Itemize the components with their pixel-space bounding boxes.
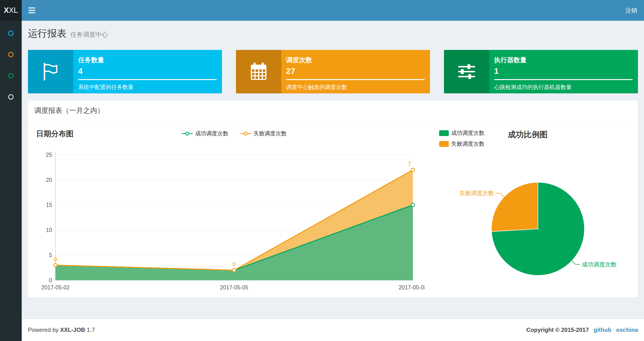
- card-divider: [78, 79, 217, 80]
- card-description: 调度中心触发的调度次数: [286, 84, 425, 91]
- executor-count-card: 执行器数量 1 心跳检测成功的执行器机器数量: [444, 50, 638, 93]
- success-ratio-pie-chart[interactable]: 成功调度次数失败调度次数: [425, 126, 632, 295]
- card-divider: [494, 79, 633, 80]
- page-title: 运行报表 任务调度中心: [28, 27, 638, 41]
- navbar: 注销: [22, 0, 644, 21]
- svg-text:7: 7: [408, 161, 411, 167]
- app-logo[interactable]: XXL: [0, 0, 22, 21]
- card-title: 调度次数: [286, 56, 425, 64]
- sidebar-item-3[interactable]: [0, 65, 22, 86]
- card-divider: [286, 79, 425, 80]
- card-title: 执行器数量: [494, 56, 633, 64]
- svg-text:5: 5: [49, 252, 52, 258]
- date-distribution-chart[interactable]: 05101520252017-05-022017-05-052017-05-08…: [34, 126, 425, 295]
- powered-by-text: Powered by XXL-JOB 1.7: [28, 319, 95, 341]
- calendar-icon: [249, 62, 268, 82]
- report-panel: 调度报表（一月之内） 日期分布图 成功调度次数: [28, 101, 638, 297]
- svg-text:0: 0: [54, 256, 57, 263]
- card-title: 任务数量: [78, 56, 217, 64]
- sliders-icon: [457, 62, 476, 82]
- circle-icon: [8, 73, 14, 78]
- svg-text:0: 0: [49, 277, 52, 283]
- svg-text:20: 20: [46, 177, 52, 183]
- top-navbar: XXL 注销: [0, 0, 644, 21]
- footer: Powered by XXL-JOB 1.7 Copyright © 2015-…: [22, 318, 644, 341]
- sidebar-item-4[interactable]: [0, 86, 22, 108]
- card-value: 1: [494, 66, 633, 76]
- circle-icon: [8, 31, 14, 36]
- svg-text:0: 0: [232, 261, 236, 267]
- github-link[interactable]: github: [594, 319, 611, 341]
- oschina-link[interactable]: oschina: [616, 319, 638, 341]
- card-description: 系统中配置的任务数量: [78, 84, 217, 91]
- svg-text:成功调度次数: 成功调度次数: [582, 261, 616, 268]
- summary-cards: 任务数量 4 系统中配置的任务数量: [28, 50, 638, 93]
- success-ratio-chart-area: 成功调度次数 失败调度次数 成功比例图 成功调度次数失败调度次数: [425, 126, 632, 295]
- flag-icon: [41, 62, 60, 82]
- logo-text-bold: X: [4, 6, 9, 15]
- sidebar: [0, 21, 22, 341]
- card-value: 4: [78, 66, 217, 76]
- sidebar-toggle-button[interactable]: [22, 0, 42, 21]
- svg-text:2017-05-02: 2017-05-02: [41, 284, 70, 291]
- logout-link[interactable]: 注销: [618, 0, 644, 21]
- report-panel-title: 调度报表（一月之内）: [28, 101, 638, 121]
- sidebar-item-2[interactable]: [0, 44, 22, 65]
- card-value: 27: [286, 66, 425, 76]
- trigger-count-card: 调度次数 27 调度中心触发的调度次数: [236, 50, 430, 93]
- logo-text-rest: XL: [9, 6, 18, 15]
- svg-text:失败调度次数: 失败调度次数: [460, 190, 494, 196]
- job-count-card: 任务数量 4 系统中配置的任务数量: [28, 50, 222, 93]
- sidebar-item-1[interactable]: [0, 23, 22, 44]
- page-subtitle: 任务调度中心: [70, 28, 108, 41]
- hamburger-icon: [28, 8, 35, 13]
- date-distribution-chart-area: 日期分布图 成功调度次数 失败调度次数: [34, 126, 425, 295]
- svg-text:25: 25: [46, 152, 52, 158]
- svg-text:2017-05-08: 2017-05-08: [399, 284, 425, 291]
- card-description: 心跳检测成功的执行器机器数量: [494, 84, 633, 91]
- svg-text:2017-05-05: 2017-05-05: [220, 284, 248, 291]
- circle-icon: [8, 94, 14, 100]
- content-area: 运行报表 任务调度中心 任务数量 4 系统中配置的任务数量: [22, 21, 644, 318]
- svg-text:10: 10: [46, 227, 52, 233]
- circle-icon: [8, 52, 14, 57]
- copyright-text: Copyright © 2015-2017: [526, 319, 589, 341]
- svg-text:15: 15: [46, 202, 52, 208]
